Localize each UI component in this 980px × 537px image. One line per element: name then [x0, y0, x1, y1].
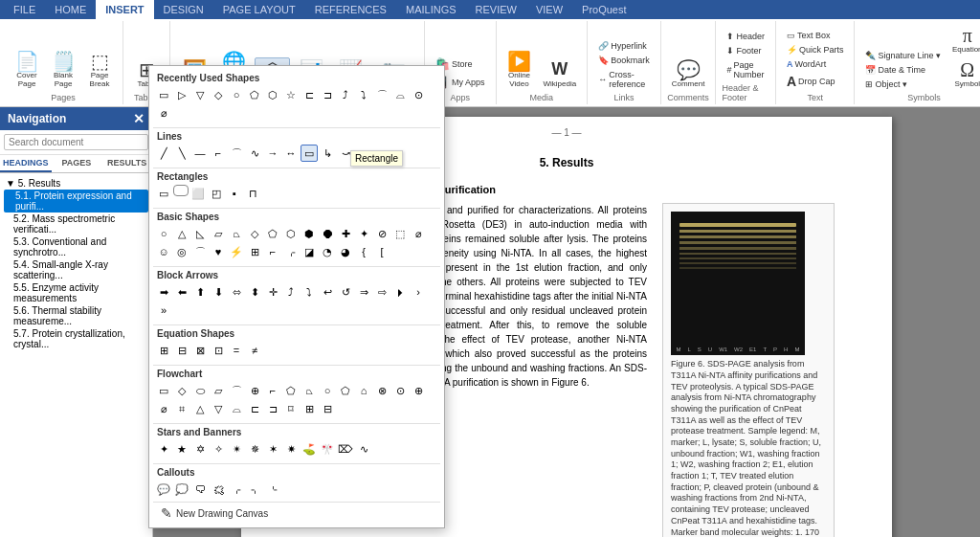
nav-item-saxs[interactable]: 5.4. Small-angle X-ray scattering...	[4, 258, 148, 281]
nav-item-thermal[interactable]: 5.6. Thermal stability measureme...	[4, 304, 148, 327]
star-10pt[interactable]: ✵	[246, 440, 263, 458]
flow-display[interactable]: ⊟	[319, 400, 336, 417]
flow-document[interactable]: ⌒	[228, 382, 245, 399]
arrow-notched[interactable]: ⇨	[373, 283, 390, 301]
banner-up[interactable]: ⛳	[301, 440, 318, 458]
rect-snipped-corner[interactable]: ⬜	[189, 185, 207, 202]
header-button[interactable]: ⬆ Header	[722, 30, 769, 43]
flow-sequential[interactable]: ⊐	[264, 400, 281, 417]
quick-parts-button[interactable]: ⚡ Quick Parts	[782, 43, 849, 56]
arrow-quad[interactable]: ✛	[264, 283, 281, 301]
cover-page-button[interactable]: 📄 Cover Page	[10, 49, 44, 91]
arrow-pentagon[interactable]: ⏵	[391, 283, 409, 301]
arrow-bent-down[interactable]: ⤵	[301, 283, 318, 301]
arrow-up[interactable]: ⬆	[191, 283, 209, 301]
callout-cloud[interactable]: 🗯	[210, 481, 227, 498]
callout-rounded[interactable]: 💭	[173, 481, 190, 498]
tab-home[interactable]: HOME	[45, 0, 96, 19]
flow-tape[interactable]: ⊗	[373, 382, 390, 399]
star-4pt[interactable]: ✦	[155, 440, 172, 458]
line-elbow[interactable]: ⌐	[210, 145, 227, 162]
banner-horizontal[interactable]: ⌦	[337, 440, 354, 458]
flow-magnetic-disk[interactable]: ⌑	[282, 400, 300, 417]
basic-diamond[interactable]: ◇	[246, 225, 263, 242]
flow-merge[interactable]: ▽	[210, 400, 227, 417]
star-7pt[interactable]: ✧	[210, 440, 227, 458]
tab-insert[interactable]: INSERT	[96, 0, 153, 19]
basic-pentagon[interactable]: ⬠	[264, 225, 281, 242]
basic-no-symbol[interactable]: ⊘	[373, 225, 390, 242]
flow-card[interactable]: ⌂	[355, 382, 372, 399]
wikipedia-button[interactable]: W Wikipedia	[539, 56, 582, 91]
basic-bracket[interactable]: [	[373, 243, 390, 260]
line-elbow-arrow[interactable]: ↳	[319, 145, 336, 162]
shape-parallelogram[interactable]: ⌓	[391, 86, 409, 103]
tab-review[interactable]: REVIEW	[466, 0, 526, 19]
rect-plain[interactable]: ▭	[155, 185, 172, 202]
tab-file[interactable]: FILE	[4, 0, 45, 19]
shape-circle[interactable]: ○	[228, 86, 245, 103]
tab-references[interactable]: REFERENCES	[305, 0, 396, 19]
rect-double-snip[interactable]: ▪	[226, 185, 243, 202]
shape-diamond[interactable]: ◇	[210, 86, 227, 103]
shape-curved-arrow1[interactable]: ⤴	[337, 86, 354, 103]
navigation-close-button[interactable]: ✕	[133, 111, 145, 126]
basic-triangle[interactable]: △	[173, 225, 190, 242]
line-straight[interactable]: ╱	[155, 145, 172, 162]
eq-equals[interactable]: =	[228, 342, 245, 359]
flow-decision[interactable]: ◇	[173, 382, 190, 399]
hyperlink-button[interactable]: 🔗 Hyperlink	[593, 39, 655, 53]
basic-sun[interactable]: ✦	[355, 225, 372, 242]
arrow-right[interactable]: ➡	[155, 283, 172, 301]
basic-right-triangle[interactable]: ◺	[191, 225, 209, 242]
shape-star[interactable]: ☆	[282, 86, 300, 103]
object-button[interactable]: ⊞ Object ▾	[860, 78, 946, 91]
tab-view[interactable]: VIEW	[526, 0, 572, 19]
flow-sort[interactable]: ⌗	[173, 400, 190, 417]
basic-corner[interactable]: ⌌	[282, 243, 300, 260]
callout-line1[interactable]: ⌌	[228, 481, 245, 498]
shape-hexagon[interactable]: ⬡	[264, 86, 281, 103]
shape-down-arrow[interactable]: ▽	[191, 86, 209, 103]
banner-down[interactable]: 🎌	[319, 440, 336, 458]
basic-lightning[interactable]: ⚡	[228, 243, 245, 260]
eq-minus[interactable]: ⊟	[173, 342, 190, 359]
shape-bullseye[interactable]: ⊙	[410, 86, 427, 103]
flow-preparation[interactable]: ⬠	[282, 382, 300, 399]
arrow-striped[interactable]: ⇒	[355, 283, 372, 301]
flow-process[interactable]: ▭	[155, 382, 172, 399]
line-double-arrow[interactable]: ↔	[282, 145, 300, 162]
basic-chord[interactable]: ◔	[319, 243, 336, 260]
flow-terminator[interactable]: ⬭	[191, 382, 209, 399]
rect-single-snip[interactable]: ◰	[208, 185, 225, 202]
basic-pie[interactable]: ◕	[337, 243, 354, 260]
nav-item-results[interactable]: ▼ 5. Results	[4, 177, 148, 190]
signature-line-button[interactable]: ✒️ Signature Line ▾	[860, 49, 946, 62]
online-video-button[interactable]: ▶️ OnlineVideo	[502, 49, 537, 91]
star-8pt[interactable]: ✴	[228, 440, 245, 458]
nav-item-crystal[interactable]: 5.7. Protein crystallization, crystal...	[4, 327, 148, 350]
basic-heart[interactable]: ♥	[210, 243, 227, 260]
line-horizontal[interactable]: —	[191, 145, 209, 162]
basic-brace[interactable]: {	[355, 243, 372, 260]
star-16pt[interactable]: ✷	[282, 440, 300, 458]
rect-rounded[interactable]	[173, 185, 189, 196]
symbol-button[interactable]: Ω Symbol	[947, 57, 980, 91]
arrow-uturn[interactable]: ↩	[319, 283, 336, 301]
basic-donut[interactable]: ◎	[173, 243, 190, 260]
basic-parallelogram[interactable]: ▱	[210, 225, 227, 242]
bookmark-button[interactable]: 🔖 Bookmark	[593, 54, 655, 67]
nav-item-enzyme[interactable]: 5.5. Enzyme activity measurements	[4, 281, 148, 304]
flow-multi-doc[interactable]: ⊕	[246, 382, 263, 399]
equation-button[interactable]: π Equation	[947, 23, 980, 56]
flow-direct-access[interactable]: ⊞	[301, 400, 318, 417]
arrow-double-chevron[interactable]: »	[155, 302, 172, 319]
shape-curved-arrow2[interactable]: ⤵	[355, 86, 372, 103]
arrow-double-v[interactable]: ⬍	[246, 283, 263, 301]
flow-stored-data[interactable]: ⌓	[228, 400, 245, 417]
flow-off-page[interactable]: ⬠	[337, 382, 354, 399]
line-curved[interactable]: ⌒	[228, 145, 245, 162]
callout-oval[interactable]: 🗨	[191, 481, 209, 498]
tab-proquest[interactable]: ProQuest	[572, 0, 635, 19]
arrow-circular[interactable]: ↺	[337, 283, 354, 301]
